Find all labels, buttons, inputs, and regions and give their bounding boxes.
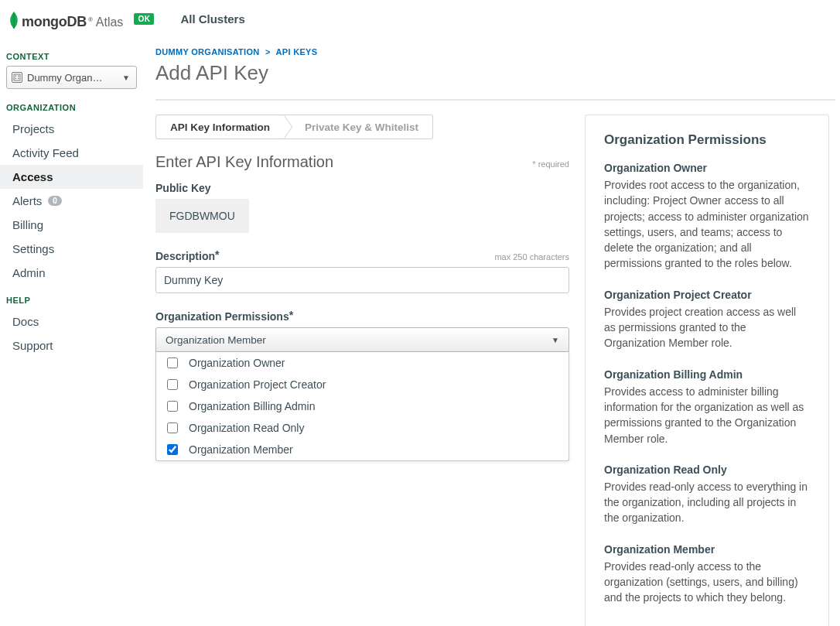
svg-rect-0 bbox=[14, 74, 20, 80]
svg-rect-2 bbox=[18, 76, 19, 77]
permission-checkbox[interactable] bbox=[167, 379, 178, 390]
sidebar-item-label: Settings bbox=[12, 242, 54, 255]
org-icon bbox=[12, 72, 22, 83]
public-key-label: Public Key bbox=[155, 182, 569, 194]
permission-option-label: Organization Billing Admin bbox=[189, 400, 315, 412]
permission-option-label: Organization Read Only bbox=[189, 422, 304, 434]
sidebar-item-label: Projects bbox=[12, 122, 54, 135]
divider bbox=[155, 99, 835, 101]
breadcrumb: DUMMY ORGANISATION > API KEYS bbox=[155, 47, 840, 56]
permission-option[interactable]: Organization Billing Admin bbox=[156, 395, 569, 417]
sidebar-item-label: Activity Feed bbox=[12, 146, 79, 159]
org-permissions-select[interactable]: Organization Member ▼ bbox=[155, 327, 569, 352]
org-permissions-dropdown: Organization OwnerOrganization Project C… bbox=[155, 352, 569, 461]
help-permission-block: Organization Billing AdminProvides acces… bbox=[604, 368, 810, 446]
help-panel-title: Organization Permissions bbox=[604, 132, 810, 148]
sidebar-item-label: Billing bbox=[12, 218, 43, 231]
org-permissions-selected: Organization Member bbox=[166, 334, 266, 346]
description-input[interactable] bbox=[155, 267, 569, 293]
permission-option[interactable]: Organization Member bbox=[156, 439, 569, 460]
sidebar-item-label: Docs bbox=[12, 315, 39, 328]
help-permission-title: Organization Owner bbox=[604, 162, 810, 174]
help-permission-desc: Provides read-only access to the organiz… bbox=[604, 559, 810, 606]
page-title: Add API Key bbox=[155, 61, 840, 85]
permission-checkbox[interactable] bbox=[167, 444, 178, 455]
permission-option-label: Organization Project Creator bbox=[189, 378, 326, 391]
form-heading: Enter API Key Information bbox=[155, 153, 333, 171]
sidebar-section-label: ORGANIZATION bbox=[0, 103, 143, 117]
sidebar-item-admin[interactable]: Admin bbox=[0, 261, 143, 285]
public-key-value: FGDBWMOU bbox=[155, 199, 249, 233]
sidebar-section-label: HELP bbox=[0, 296, 143, 310]
breadcrumb-sep: > bbox=[265, 47, 271, 56]
permission-checkbox[interactable] bbox=[167, 422, 178, 433]
description-label: Description* bbox=[155, 250, 219, 262]
sidebar-item-billing[interactable]: Billing bbox=[0, 213, 143, 237]
breadcrumb-org[interactable]: DUMMY ORGANISATION bbox=[155, 47, 260, 56]
sidebar: CONTEXT Dummy Organ… ▼ ORGANIZATIONProje… bbox=[0, 38, 143, 626]
permission-checkbox[interactable] bbox=[167, 357, 178, 368]
sidebar-item-label: Alerts bbox=[12, 194, 42, 207]
permission-option[interactable]: Organization Project Creator bbox=[156, 374, 569, 395]
permission-option-label: Organization Owner bbox=[189, 357, 285, 369]
context-org-select[interactable]: Dummy Organ… ▼ bbox=[6, 66, 137, 89]
sidebar-item-label: Access bbox=[12, 170, 53, 183]
permission-option[interactable]: Organization Read Only bbox=[156, 417, 569, 439]
sidebar-item-access[interactable]: Access bbox=[0, 165, 143, 189]
org-permissions-label: Organization Permissions* bbox=[155, 310, 569, 323]
context-label: CONTEXT bbox=[0, 52, 143, 66]
help-permission-desc: Provides root access to the organization… bbox=[604, 177, 810, 272]
help-permission-block: Organization MemberProvides read-only ac… bbox=[604, 543, 810, 606]
description-hint: max 250 characters bbox=[494, 252, 569, 262]
chevron-down-icon: ▼ bbox=[122, 74, 130, 82]
all-clusters-link[interactable]: All Clusters bbox=[180, 12, 244, 26]
sidebar-item-settings[interactable]: Settings bbox=[0, 237, 143, 261]
sidebar-item-docs[interactable]: Docs bbox=[0, 310, 143, 334]
permission-option[interactable]: Organization Owner bbox=[156, 352, 569, 374]
svg-rect-3 bbox=[15, 78, 17, 80]
help-permission-block: Organization Read OnlyProvides read-only… bbox=[604, 464, 810, 526]
breadcrumb-page[interactable]: API KEYS bbox=[276, 47, 318, 56]
permission-checkbox[interactable] bbox=[167, 401, 178, 412]
mongodb-atlas-logo[interactable]: mongoDB® Atlas bbox=[8, 8, 123, 30]
sidebar-item-alerts[interactable]: Alerts0 bbox=[0, 189, 143, 213]
wizard-stepper: API Key Information Private Key & Whitel… bbox=[155, 115, 569, 139]
leaf-icon bbox=[8, 11, 20, 29]
permission-option-label: Organization Member bbox=[189, 443, 293, 456]
alerts-count-badge: 0 bbox=[48, 196, 62, 206]
sidebar-item-support[interactable]: Support bbox=[0, 334, 143, 357]
logo-text-main: mongoDB bbox=[22, 14, 87, 30]
sidebar-item-projects[interactable]: Projects bbox=[0, 117, 143, 141]
required-note: * required bbox=[532, 159, 569, 169]
logo-text-sub: Atlas bbox=[96, 15, 124, 29]
help-permission-title: Organization Member bbox=[604, 543, 810, 556]
help-permission-desc: Provides read-only access to everything … bbox=[604, 479, 810, 526]
logo-registered: ® bbox=[88, 16, 93, 23]
help-permission-block: Organization Project CreatorProvides pro… bbox=[604, 289, 810, 351]
chevron-down-icon: ▼ bbox=[551, 336, 559, 344]
sidebar-item-label: Support bbox=[12, 339, 53, 352]
help-panel: Organization Permissions Organization Ow… bbox=[585, 115, 829, 626]
step-private-key-whitelist[interactable]: Private Key & Whitelist bbox=[285, 115, 433, 139]
help-permission-title: Organization Project Creator bbox=[604, 289, 810, 301]
svg-rect-4 bbox=[18, 78, 19, 80]
help-permission-title: Organization Billing Admin bbox=[604, 368, 810, 381]
step-api-key-info[interactable]: API Key Information bbox=[155, 115, 285, 139]
sidebar-item-label: Admin bbox=[12, 266, 46, 279]
main-content: DUMMY ORGANISATION > API KEYS Add API Ke… bbox=[143, 38, 840, 626]
svg-rect-1 bbox=[15, 76, 17, 77]
help-permission-title: Organization Read Only bbox=[604, 464, 810, 476]
sidebar-item-activity-feed[interactable]: Activity Feed bbox=[0, 141, 143, 165]
help-permission-desc: Provides access to administer billing in… bbox=[604, 384, 810, 446]
help-permission-block: Organization OwnerProvides root access t… bbox=[604, 162, 810, 272]
status-ok-badge: OK bbox=[134, 13, 154, 25]
context-org-value: Dummy Organ… bbox=[27, 72, 118, 84]
topbar: mongoDB® Atlas OK All Clusters bbox=[0, 0, 840, 38]
help-permission-desc: Provides project creation access as well… bbox=[604, 304, 810, 351]
